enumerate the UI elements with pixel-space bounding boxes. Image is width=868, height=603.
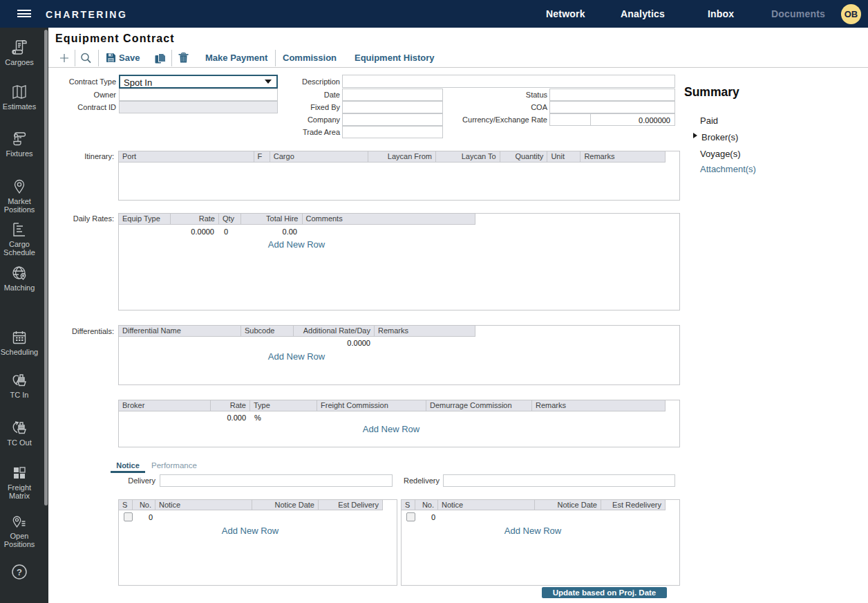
svg-text:?: ? — [17, 567, 22, 577]
